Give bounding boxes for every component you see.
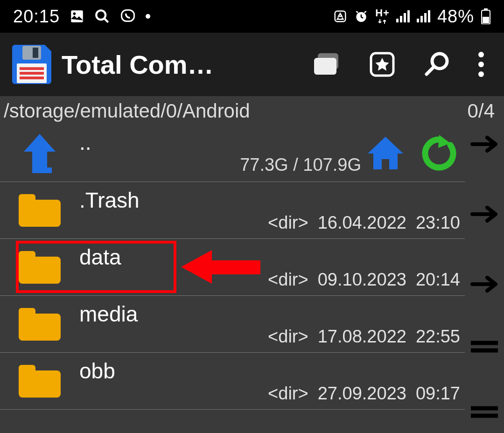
app-floppy-icon xyxy=(10,43,53,86)
list-item[interactable]: .Trash <dir> 16.04.2022 23:10 xyxy=(0,182,465,239)
up-arrow-icon xyxy=(0,124,79,182)
battery-icon xyxy=(481,8,491,24)
file-meta: <dir> 27.09.2023 09:17 xyxy=(268,384,460,406)
svg-rect-11 xyxy=(420,16,423,22)
right-rail xyxy=(465,124,504,432)
app-title-bar: Total Com… xyxy=(0,33,504,96)
svg-rect-20 xyxy=(33,48,38,58)
svg-point-30 xyxy=(478,62,484,67)
overflow-menu-button[interactable] xyxy=(465,41,497,88)
svg-rect-7 xyxy=(400,16,402,22)
file-name: media xyxy=(79,299,460,327)
svg-point-29 xyxy=(478,52,484,57)
svg-rect-3 xyxy=(122,10,134,21)
status-left: 20:15 xyxy=(13,7,150,27)
svg-rect-13 xyxy=(428,10,430,22)
list-item[interactable]: media <dir> 17.08.2022 22:55 xyxy=(0,296,465,353)
svg-rect-8 xyxy=(404,13,406,22)
panels-button[interactable] xyxy=(300,41,355,88)
equalize-panel-button[interactable] xyxy=(468,400,501,424)
storage-usage: 77.3G / 107.9G xyxy=(221,155,361,179)
swap-panel-button[interactable] xyxy=(468,272,501,296)
swap-panel-button[interactable] xyxy=(468,203,501,226)
file-list: .. 77.3G / 107.9G .Trash <dir> 16 xyxy=(0,124,465,410)
svg-rect-22 xyxy=(20,67,44,70)
recycle-status-icon xyxy=(333,9,347,23)
more-notifications-dot xyxy=(146,14,150,19)
list-item[interactable]: data <dir> 09.10.2023 20:14 xyxy=(0,239,465,296)
file-meta: <dir> 16.04.2022 23:10 xyxy=(268,213,460,236)
svg-rect-23 xyxy=(20,72,44,75)
svg-rect-15 xyxy=(484,8,488,10)
svg-rect-26 xyxy=(314,58,336,75)
home-button[interactable] xyxy=(366,133,405,173)
app-title: Total Com… xyxy=(62,49,300,80)
svg-rect-24 xyxy=(20,77,44,79)
swap-panel-button[interactable] xyxy=(468,133,501,156)
file-name: obb xyxy=(79,356,460,384)
svg-rect-10 xyxy=(417,19,419,22)
svg-point-1 xyxy=(73,13,76,15)
file-meta: <dir> 17.08.2022 22:55 xyxy=(268,327,460,349)
bookmarks-button[interactable] xyxy=(355,41,410,88)
reload-button[interactable] xyxy=(419,133,458,173)
status-clock: 20:15 xyxy=(13,7,60,27)
path-bar[interactable]: /storage/emulated/0/Android 0/4 xyxy=(0,96,504,124)
svg-rect-32 xyxy=(32,168,52,173)
svg-rect-9 xyxy=(407,10,410,22)
folder-icon xyxy=(0,239,79,295)
app-actions xyxy=(300,41,497,88)
folder-icon xyxy=(0,182,79,238)
current-path: /storage/emulated/0/Android xyxy=(4,100,468,122)
file-name: .Trash xyxy=(79,185,460,213)
svg-rect-0 xyxy=(71,10,83,22)
network-hplus-icon: H+ xyxy=(375,8,390,25)
svg-point-31 xyxy=(478,71,484,77)
file-meta: <dir> 09.10.2023 20:14 xyxy=(268,270,460,293)
viber-icon xyxy=(119,8,136,25)
svg-rect-16 xyxy=(483,17,489,23)
parent-dir-label: .. xyxy=(79,127,361,155)
alarm-icon xyxy=(354,9,369,24)
parent-dir-row[interactable]: .. 77.3G / 107.9G xyxy=(0,124,465,182)
gallery-icon xyxy=(69,8,85,24)
signal-1-icon xyxy=(396,10,410,22)
selection-count: 0/4 xyxy=(468,100,495,122)
file-name: data xyxy=(79,242,460,270)
battery-percentage: 48% xyxy=(437,7,474,27)
android-status-bar: 20:15 H+ 48% xyxy=(0,0,504,33)
svg-rect-12 xyxy=(424,13,427,22)
signal-2-icon xyxy=(417,10,431,22)
equalize-panel-button[interactable] xyxy=(468,335,501,358)
search-button[interactable] xyxy=(410,41,465,88)
folder-icon xyxy=(0,296,79,352)
list-item[interactable]: obb <dir> 27.09.2023 09:17 xyxy=(0,353,465,410)
svg-point-2 xyxy=(96,10,105,20)
folder-icon xyxy=(0,353,79,409)
svg-rect-6 xyxy=(396,19,399,22)
status-right: H+ 48% xyxy=(333,7,491,27)
search-status-icon xyxy=(94,8,110,24)
